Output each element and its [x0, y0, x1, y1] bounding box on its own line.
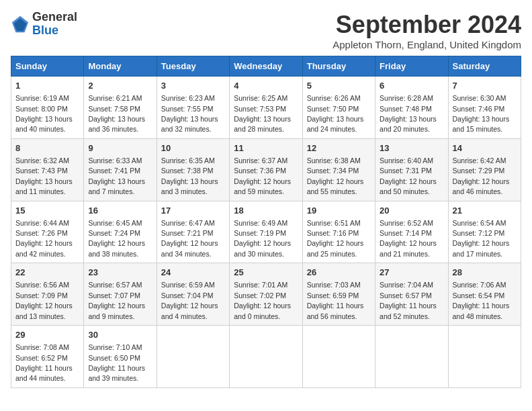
day-info: Sunrise: 6:32 AMSunset: 7:43 PMDaylight:… [15, 156, 73, 195]
calendar-cell: 2 Sunrise: 6:21 AMSunset: 7:58 PMDayligh… [84, 77, 157, 139]
calendar-week-3: 15 Sunrise: 6:44 AMSunset: 7:26 PMDaylig… [11, 201, 521, 263]
day-info: Sunrise: 7:04 AMSunset: 6:57 PMDaylight:… [380, 281, 437, 320]
calendar-cell: 11 Sunrise: 6:37 AMSunset: 7:36 PMDaylig… [230, 138, 302, 201]
day-info: Sunrise: 6:25 AMSunset: 7:53 PMDaylight:… [234, 94, 291, 133]
day-info: Sunrise: 6:35 AMSunset: 7:38 PMDaylight:… [161, 156, 218, 195]
weekday-header-tuesday: Tuesday [157, 56, 229, 77]
day-number: 2 [88, 80, 152, 92]
day-number: 4 [234, 80, 298, 92]
day-info: Sunrise: 7:06 AMSunset: 6:54 PMDaylight:… [453, 281, 510, 320]
day-number: 18 [234, 205, 298, 217]
calendar-cell [157, 326, 229, 388]
day-number: 11 [234, 142, 298, 154]
day-number: 20 [380, 205, 443, 217]
day-number: 9 [88, 142, 152, 154]
calendar-cell: 16 Sunrise: 6:45 AMSunset: 7:24 PMDaylig… [84, 201, 157, 263]
weekday-header-wednesday: Wednesday [230, 56, 302, 77]
calendar-cell [448, 326, 521, 388]
day-info: Sunrise: 6:49 AMSunset: 7:19 PMDaylight:… [234, 219, 291, 258]
calendar-cell: 4 Sunrise: 6:25 AMSunset: 7:53 PMDayligh… [230, 77, 302, 139]
day-number: 14 [453, 142, 517, 154]
day-info: Sunrise: 6:30 AMSunset: 7:46 PMDaylight:… [453, 94, 510, 133]
calendar-cell: 25 Sunrise: 7:01 AMSunset: 7:02 PMDaylig… [230, 263, 302, 326]
calendar-cell: 9 Sunrise: 6:33 AMSunset: 7:41 PMDayligh… [84, 138, 157, 201]
calendar-cell: 13 Sunrise: 6:40 AMSunset: 7:31 PMDaylig… [375, 138, 448, 201]
day-info: Sunrise: 7:08 AMSunset: 6:52 PMDaylight:… [15, 343, 73, 382]
calendar-cell: 15 Sunrise: 6:44 AMSunset: 7:26 PMDaylig… [11, 201, 84, 263]
calendar-cell [302, 326, 375, 388]
day-number: 21 [453, 205, 517, 217]
calendar-cell: 19 Sunrise: 6:51 AMSunset: 7:16 PMDaylig… [302, 201, 375, 263]
day-number: 30 [88, 329, 152, 341]
calendar-cell: 6 Sunrise: 6:28 AMSunset: 7:48 PMDayligh… [375, 77, 448, 139]
day-info: Sunrise: 6:45 AMSunset: 7:24 PMDaylight:… [88, 219, 145, 258]
header: General Blue September 2024 Appleton Tho… [11, 11, 521, 50]
weekday-header-monday: Monday [84, 56, 157, 77]
calendar-cell: 23 Sunrise: 6:57 AMSunset: 7:07 PMDaylig… [84, 263, 157, 326]
day-number: 15 [15, 205, 79, 217]
day-number: 26 [307, 267, 371, 279]
day-info: Sunrise: 6:47 AMSunset: 7:21 PMDaylight:… [161, 219, 218, 258]
day-info: Sunrise: 6:40 AMSunset: 7:31 PMDaylight:… [380, 156, 437, 195]
day-number: 29 [15, 329, 79, 341]
location-subtitle: Appleton Thorn, England, United Kingdom [332, 39, 521, 50]
calendar-cell [375, 326, 448, 388]
calendar-cell: 3 Sunrise: 6:23 AMSunset: 7:55 PMDayligh… [157, 77, 229, 139]
calendar-week-4: 22 Sunrise: 6:56 AMSunset: 7:09 PMDaylig… [11, 263, 521, 326]
calendar-cell: 7 Sunrise: 6:30 AMSunset: 7:46 PMDayligh… [448, 77, 521, 139]
weekday-header-friday: Friday [375, 56, 448, 77]
calendar-cell: 5 Sunrise: 6:26 AMSunset: 7:50 PMDayligh… [302, 77, 375, 139]
day-number: 12 [307, 142, 371, 154]
day-info: Sunrise: 6:28 AMSunset: 7:48 PMDaylight:… [380, 94, 437, 133]
day-number: 3 [161, 80, 225, 92]
calendar-cell: 17 Sunrise: 6:47 AMSunset: 7:21 PMDaylig… [157, 201, 229, 263]
day-number: 22 [15, 267, 79, 279]
day-number: 27 [380, 267, 443, 279]
day-number: 6 [380, 80, 443, 92]
calendar-week-5: 29 Sunrise: 7:08 AMSunset: 6:52 PMDaylig… [11, 326, 521, 388]
day-info: Sunrise: 6:44 AMSunset: 7:26 PMDaylight:… [15, 219, 73, 258]
calendar-cell [230, 326, 302, 388]
day-info: Sunrise: 6:23 AMSunset: 7:55 PMDaylight:… [161, 94, 218, 133]
calendar-cell: 29 Sunrise: 7:08 AMSunset: 6:52 PMDaylig… [11, 326, 84, 388]
day-number: 5 [307, 80, 371, 92]
day-info: Sunrise: 6:21 AMSunset: 7:58 PMDaylight:… [88, 94, 145, 133]
day-info: Sunrise: 7:10 AMSunset: 6:50 PMDaylight:… [88, 343, 145, 382]
calendar-cell: 22 Sunrise: 6:56 AMSunset: 7:09 PMDaylig… [11, 263, 84, 326]
weekday-header-row: SundayMondayTuesdayWednesdayThursdayFrid… [11, 56, 521, 77]
day-number: 13 [380, 142, 443, 154]
day-info: Sunrise: 6:51 AMSunset: 7:16 PMDaylight:… [307, 219, 364, 258]
calendar-cell: 28 Sunrise: 7:06 AMSunset: 6:54 PMDaylig… [448, 263, 521, 326]
calendar-cell: 21 Sunrise: 6:54 AMSunset: 7:12 PMDaylig… [448, 201, 521, 263]
weekday-header-saturday: Saturday [448, 56, 521, 77]
day-info: Sunrise: 6:42 AMSunset: 7:29 PMDaylight:… [453, 156, 510, 195]
calendar-cell: 8 Sunrise: 6:32 AMSunset: 7:43 PMDayligh… [11, 138, 84, 201]
calendar-cell: 10 Sunrise: 6:35 AMSunset: 7:38 PMDaylig… [157, 138, 229, 201]
day-number: 23 [88, 267, 152, 279]
day-info: Sunrise: 6:26 AMSunset: 7:50 PMDaylight:… [307, 94, 364, 133]
day-info: Sunrise: 7:03 AMSunset: 6:59 PMDaylight:… [307, 281, 364, 320]
calendar-cell: 24 Sunrise: 6:59 AMSunset: 7:04 PMDaylig… [157, 263, 229, 326]
day-number: 7 [453, 80, 517, 92]
day-info: Sunrise: 6:37 AMSunset: 7:36 PMDaylight:… [234, 156, 291, 195]
calendar-cell: 27 Sunrise: 7:04 AMSunset: 6:57 PMDaylig… [375, 263, 448, 326]
month-title: September 2024 [332, 11, 521, 39]
logo-icon [11, 15, 30, 34]
day-number: 17 [161, 205, 225, 217]
logo: General Blue [11, 11, 77, 38]
day-info: Sunrise: 6:59 AMSunset: 7:04 PMDaylight:… [161, 281, 218, 320]
weekday-header-sunday: Sunday [11, 56, 84, 77]
weekday-header-thursday: Thursday [302, 56, 375, 77]
day-number: 24 [161, 267, 225, 279]
day-number: 8 [15, 142, 79, 154]
calendar-cell: 30 Sunrise: 7:10 AMSunset: 6:50 PMDaylig… [84, 326, 157, 388]
day-info: Sunrise: 6:57 AMSunset: 7:07 PMDaylight:… [88, 281, 145, 320]
day-number: 28 [453, 267, 517, 279]
calendar-week-1: 1 Sunrise: 6:19 AMSunset: 8:00 PMDayligh… [11, 77, 521, 139]
calendar-cell: 14 Sunrise: 6:42 AMSunset: 7:29 PMDaylig… [448, 138, 521, 201]
calendar-cell: 26 Sunrise: 7:03 AMSunset: 6:59 PMDaylig… [302, 263, 375, 326]
day-info: Sunrise: 6:54 AMSunset: 7:12 PMDaylight:… [453, 219, 510, 258]
calendar-cell: 20 Sunrise: 6:52 AMSunset: 7:14 PMDaylig… [375, 201, 448, 263]
day-number: 1 [15, 80, 79, 92]
day-number: 10 [161, 142, 225, 154]
